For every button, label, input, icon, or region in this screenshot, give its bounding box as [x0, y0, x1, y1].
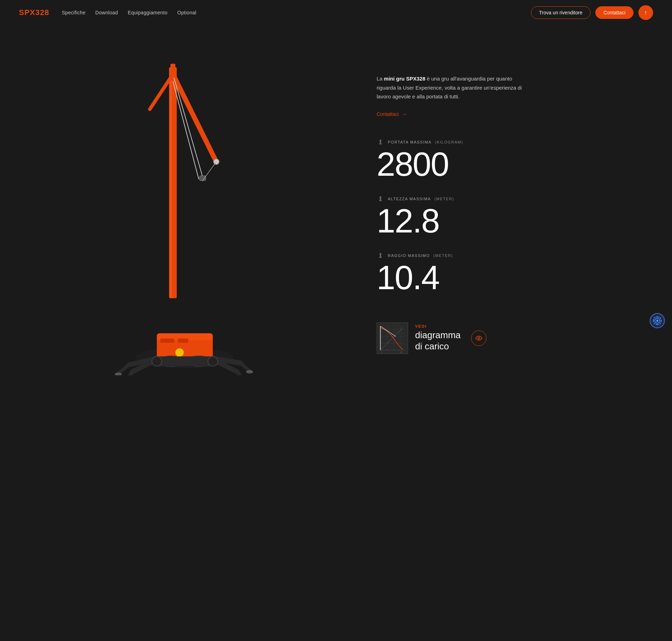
spec-raggio-label: RAGGIO MASSIMO — [388, 253, 430, 258]
svg-rect-34 — [379, 200, 382, 201]
svg-point-53 — [656, 320, 658, 322]
spec-altezza-value: 12.8 — [377, 204, 651, 238]
svg-line-2 — [125, 372, 132, 375]
nav-item-equipaggiamento[interactable]: Equipaggiamento — [128, 9, 167, 16]
svg-text:0: 0 — [381, 351, 382, 353]
crane-icon-raggio — [377, 252, 384, 259]
accessibility-icon — [652, 316, 662, 326]
nav-link-download[interactable]: Download — [95, 10, 118, 15]
crane-icon-altezza — [377, 195, 384, 203]
spec-raggio-label-row: RAGGIO MASSIMO (METER) — [377, 252, 651, 259]
diagram-vedi-label: VEDI — [415, 324, 461, 328]
accessibility-widget[interactable] — [650, 313, 665, 328]
spec-altezza-label-row: ALTEZZA MASSIMA (METER) — [377, 195, 651, 203]
diagram-thumbnail: 0 10 — [377, 322, 408, 354]
svg-rect-35 — [379, 257, 382, 258]
spec-altezza-unit: (METER) — [434, 197, 454, 201]
spec-altezza: ALTEZZA MASSIMA (METER) 12.8 — [377, 195, 651, 238]
svg-rect-24 — [170, 67, 172, 298]
find-dealer-button[interactable]: Trova un rivenditore — [531, 6, 590, 19]
diagram-title-line2: di carico — [415, 341, 449, 351]
svg-rect-17 — [178, 339, 188, 343]
svg-point-58 — [654, 317, 655, 318]
svg-point-54 — [657, 316, 658, 318]
contact-link-text: Contattaci — [377, 111, 399, 117]
eye-icon — [475, 335, 482, 342]
info-section: La mini gru SPX328 è una gru all'avangua… — [370, 53, 672, 375]
svg-text:10: 10 — [400, 351, 402, 353]
nav-link-optional[interactable]: Optional — [177, 10, 196, 15]
svg-rect-16 — [160, 339, 174, 343]
main-content: La mini gru SPX328 è una gru all'avangua… — [0, 25, 672, 641]
diagram-title-line1: diagramma — [415, 330, 461, 340]
svg-point-56 — [653, 320, 654, 321]
svg-point-59 — [660, 317, 661, 318]
svg-rect-36 — [377, 323, 408, 354]
svg-rect-20 — [157, 356, 213, 366]
spec-raggio-value: 10.4 — [377, 261, 651, 294]
crane-section — [0, 53, 370, 375]
svg-point-57 — [660, 320, 662, 321]
crane-illustration — [94, 39, 276, 375]
crane-icon-portata — [377, 138, 384, 146]
navbar: SPX328 Specifiche Download Equipaggiamen… — [0, 0, 672, 25]
spec-raggio: RAGGIO MASSIMO (METER) 10.4 — [377, 252, 651, 294]
diagram-text-area: VEDI diagramma di carico — [415, 324, 461, 351]
spec-portata-label-row: PORTATA MASSIMA (KILOGRAM) — [377, 138, 651, 146]
intro-paragraph: La mini gru SPX328 è una gru all'avangua… — [377, 74, 524, 101]
view-diagram-button[interactable] — [471, 330, 486, 346]
navbar-left: SPX328 Specifiche Download Equipaggiamen… — [19, 8, 196, 17]
svg-point-60 — [654, 323, 655, 324]
nav-item-optional[interactable]: Optional — [177, 9, 196, 16]
diagram-svg: 0 10 — [377, 322, 408, 354]
spec-portata-label: PORTATA MASSIMA — [388, 140, 432, 144]
contact-button[interactable]: Contattaci — [595, 6, 634, 19]
navbar-right: Trova un rivenditore Contattaci ↑ — [531, 5, 653, 20]
diagram-title: diagramma di carico — [415, 330, 461, 351]
intro-highlight: mini gru SPX328 — [384, 76, 425, 82]
nav-item-specifiche[interactable]: Specifiche — [62, 9, 86, 16]
svg-point-61 — [660, 323, 661, 324]
svg-point-15 — [175, 348, 184, 357]
intro-prefix: La — [377, 76, 384, 82]
spec-portata-value: 2800 — [377, 147, 651, 181]
brand-logo[interactable]: SPX328 — [19, 8, 49, 17]
svg-rect-33 — [379, 143, 382, 144]
arrow-up-icon: ↑ — [644, 9, 648, 16]
scroll-up-button[interactable]: ↑ — [638, 5, 653, 20]
svg-line-32 — [202, 162, 216, 181]
nav-links: Specifiche Download Equipaggiamento Opti… — [62, 9, 196, 16]
svg-line-4 — [237, 372, 244, 375]
svg-line-6 — [118, 365, 129, 374]
svg-point-22 — [208, 356, 218, 366]
spec-portata-unit: (KILOGRAM) — [435, 140, 463, 144]
crane-image-container — [94, 39, 276, 375]
svg-point-50 — [478, 337, 480, 339]
svg-line-8 — [241, 363, 250, 371]
spec-raggio-unit: (METER) — [433, 253, 453, 258]
svg-point-21 — [152, 356, 162, 366]
svg-rect-31 — [170, 64, 175, 78]
svg-rect-29 — [200, 176, 206, 181]
nav-link-specifiche[interactable]: Specifiche — [62, 10, 86, 15]
svg-point-12 — [246, 370, 253, 374]
diagram-section: 0 10 VEDI diagramma di carico — [377, 322, 651, 354]
nav-item-download[interactable]: Download — [95, 9, 118, 16]
diagram-text-block: VEDI diagramma di carico — [415, 324, 461, 351]
svg-point-55 — [657, 324, 658, 325]
spec-altezza-label: ALTEZZA MASSIMA — [388, 197, 431, 201]
spec-portata: PORTATA MASSIMA (KILOGRAM) 2800 — [377, 138, 651, 181]
intro-contact-link[interactable]: Contattaci → — [377, 111, 651, 117]
arrow-right-icon: → — [401, 111, 407, 117]
nav-link-equipaggiamento[interactable]: Equipaggiamento — [128, 10, 167, 15]
